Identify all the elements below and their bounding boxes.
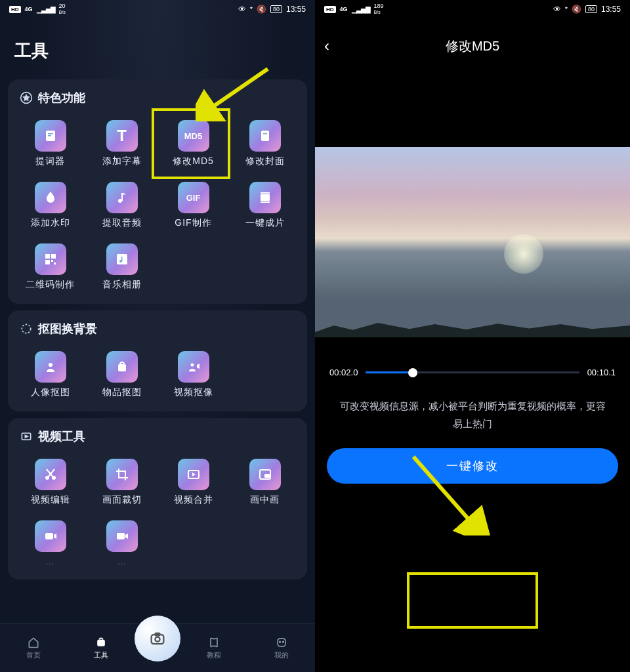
hd-badge: HD (324, 6, 336, 13)
tool-object-cutout[interactable]: 物品抠图 (86, 345, 158, 406)
svg-rect-14 (51, 260, 53, 262)
status-bar-right: HD 4G ▁▃▅▇ 189B/s 👁 * 🔇 80 13:55 (315, 0, 630, 18)
mute-icon: 🔇 (572, 5, 581, 14)
tool-portrait-cutout[interactable]: 人像抠图 (14, 345, 86, 406)
tool-extra1[interactable]: … (14, 514, 86, 574)
nav-home[interactable]: 首页 (0, 636, 68, 660)
svg-point-37 (279, 641, 280, 642)
modify-button[interactable]: 一键修改 (327, 448, 618, 484)
battery-indicator: 80 (585, 5, 597, 13)
nav-camera[interactable] (135, 616, 180, 662)
hd-badge: HD (9, 6, 21, 13)
md5-icon: MD5 (178, 120, 209, 152)
bottom-nav: 首页 工具 教程 我的 (0, 623, 315, 672)
tool-auto-film[interactable]: 一键成片 (229, 175, 301, 237)
tool-merge[interactable]: 视频合并 (158, 452, 229, 514)
svg-point-19 (22, 324, 30, 333)
gif-icon: GIF (178, 182, 209, 213)
highlight-button (407, 572, 538, 629)
section-title: 抠图换背景 (38, 321, 97, 337)
hint-text: 可改变视频信息源，减小被平台判断为重复视频的概率，更容易上热门 (315, 377, 630, 432)
svg-rect-13 (45, 260, 50, 264)
svg-point-20 (49, 363, 52, 367)
tool-music-album[interactable]: 音乐相册 (86, 237, 158, 299)
star-icon (20, 91, 33, 104)
vid-extra2-icon (106, 520, 138, 552)
svg-point-34 (156, 637, 160, 641)
header-title: 修改MD5 (324, 37, 621, 55)
vid-extra1-icon (35, 520, 66, 552)
eye-icon: 👁 (553, 5, 561, 14)
svg-rect-30 (117, 533, 125, 539)
svg-rect-11 (45, 254, 50, 259)
svg-rect-8 (261, 194, 270, 201)
phone-left: HD 4G ▁▃▅▇ 20B/s 👁 * 🔇 80 13:55 工具 特色功能 … (0, 0, 315, 672)
status-bar-left: HD 4G ▁▃▅▇ 20B/s 👁 * 🔇 80 13:55 (0, 0, 315, 18)
tool-md5[interactable]: MD5修改MD5 (158, 114, 229, 175)
section-title: 视频工具 (38, 429, 85, 444)
nav-mine[interactable]: 我的 (248, 636, 316, 660)
scrubber-fill (366, 371, 413, 373)
note-icon (106, 182, 138, 213)
page-title: 工具 (0, 18, 315, 73)
svg-rect-7 (121, 193, 123, 201)
tool-crop[interactable]: 画面裁切 (86, 452, 158, 514)
net-speed: 20B/s (59, 3, 66, 15)
doc-icon (35, 120, 66, 152)
tool-pip[interactable]: 画中画 (229, 452, 301, 514)
bag-icon (106, 351, 138, 383)
t-icon: T (106, 120, 138, 152)
tool-cover[interactable]: 修改封面 (229, 114, 301, 175)
nav-tutorial[interactable]: 教程 (180, 636, 248, 660)
svg-rect-9 (261, 192, 270, 194)
pip-icon (249, 459, 281, 490)
drop-icon (35, 182, 66, 213)
svg-rect-4 (261, 131, 269, 141)
qr-icon (35, 243, 66, 275)
tool-qrcode[interactable]: 二维码制作 (14, 237, 86, 299)
net-badge: 4G (340, 6, 348, 12)
section-cutout: 抠图换背景 人像抠图 物品抠图 视频抠像 (8, 310, 307, 411)
clock: 13:55 (286, 5, 306, 14)
tool-gif[interactable]: GIFGIF制作 (158, 175, 229, 237)
net-badge: 4G (25, 6, 33, 12)
svg-rect-10 (261, 201, 270, 203)
person-icon (35, 351, 66, 383)
cut-icon (35, 459, 66, 490)
svg-point-38 (282, 641, 284, 642)
battery-indicator: 80 (270, 5, 282, 13)
scrubber-track[interactable] (366, 371, 579, 373)
tool-watermark[interactable]: 添加水印 (14, 175, 86, 237)
tool-subtitle[interactable]: T添加字幕 (86, 114, 158, 175)
page-icon (249, 120, 281, 152)
video-preview[interactable] (315, 147, 630, 337)
svg-rect-5 (263, 133, 267, 135)
svg-rect-3 (48, 135, 51, 136)
scrubber-handle[interactable] (408, 368, 417, 377)
tool-video-edit[interactable]: 视频编辑 (14, 452, 86, 514)
nav-tools[interactable]: 工具 (68, 636, 135, 660)
crop-icon (106, 459, 138, 490)
cutout-icon (20, 322, 33, 335)
net-speed: 189B/s (374, 3, 384, 15)
svg-rect-21 (118, 364, 126, 371)
film-icon (249, 182, 281, 213)
svg-rect-28 (264, 474, 270, 478)
preview-image (315, 147, 630, 337)
tool-extra2[interactable]: … (86, 514, 158, 574)
svg-point-22 (190, 364, 194, 367)
vidperson-icon (178, 351, 209, 383)
section-special: 特色功能 提词器 T添加字幕 MD5修改MD5 修改封面 添加水印 提取音频 G… (8, 79, 307, 304)
header: ‹ 修改MD5 (315, 18, 630, 62)
clock: 13:55 (601, 5, 621, 14)
time-current: 00:02.0 (329, 368, 358, 377)
tool-teleprompter[interactable]: 提词器 (14, 114, 86, 175)
play-icon (178, 459, 209, 490)
phone-right: HD 4G ▁▃▅▇ 189B/s 👁 * 🔇 80 13:55 ‹ 修改MD5… (315, 0, 630, 672)
signal-icon: ▁▃▅▇ (37, 6, 55, 13)
scrubber: 00:02.0 00:10.1 (315, 337, 630, 377)
svg-rect-15 (54, 262, 56, 264)
tool-extract-audio[interactable]: 提取音频 (86, 175, 158, 237)
tool-video-cutout[interactable]: 视频抠像 (158, 345, 229, 406)
bluetooth-icon: * (250, 5, 253, 13)
